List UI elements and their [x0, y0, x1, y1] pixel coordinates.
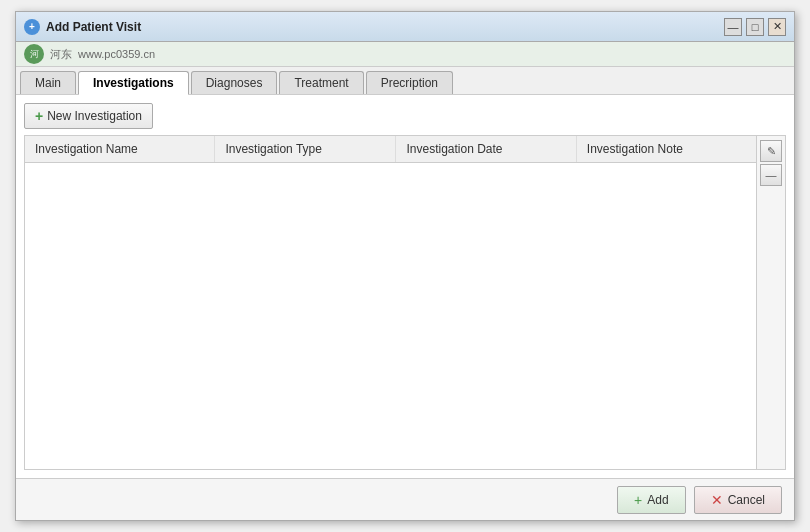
new-investigation-label: New Investigation	[47, 109, 142, 123]
window-icon: +	[24, 19, 40, 35]
cancel-label: Cancel	[728, 493, 765, 507]
table-header-row: Investigation Name Investigation Type In…	[25, 136, 756, 163]
title-bar: + Add Patient Visit — □ ✕	[16, 12, 794, 42]
tab-main[interactable]: Main	[20, 71, 76, 94]
footer-bar: + Add ✕ Cancel	[16, 478, 794, 520]
col-investigation-note: Investigation Note	[576, 136, 756, 163]
add-label: Add	[647, 493, 668, 507]
col-investigation-date: Investigation Date	[396, 136, 576, 163]
window-title: Add Patient Visit	[46, 20, 141, 34]
add-patient-visit-window: + Add Patient Visit — □ ✕ 河 河东 www.pc035…	[15, 11, 795, 521]
table-side-buttons: ✎ —	[756, 136, 785, 469]
add-icon: +	[634, 492, 642, 508]
title-bar-left: + Add Patient Visit	[24, 19, 141, 35]
cancel-icon: ✕	[711, 492, 723, 508]
table-container: Investigation Name Investigation Type In…	[24, 135, 786, 470]
col-investigation-name: Investigation Name	[25, 136, 215, 163]
edit-row-button[interactable]: ✎	[760, 140, 782, 162]
cancel-button[interactable]: ✕ Cancel	[694, 486, 782, 514]
maximize-button[interactable]: □	[746, 18, 764, 36]
add-button[interactable]: + Add	[617, 486, 686, 514]
watermark-site: www.pc0359.cn	[78, 48, 155, 60]
tab-bar: Main Investigations Diagnoses Treatment …	[16, 67, 794, 95]
col-investigation-type: Investigation Type	[215, 136, 396, 163]
close-button[interactable]: ✕	[768, 18, 786, 36]
watermark-label: 河东	[50, 47, 72, 62]
tab-prescription[interactable]: Precription	[366, 71, 453, 94]
tab-treatment[interactable]: Treatment	[279, 71, 363, 94]
minimize-button[interactable]: —	[724, 18, 742, 36]
delete-row-button[interactable]: —	[760, 164, 782, 186]
watermark-logo: 河	[24, 44, 44, 64]
table-inner: Investigation Name Investigation Type In…	[25, 136, 756, 469]
investigations-table: Investigation Name Investigation Type In…	[25, 136, 756, 163]
title-controls: — □ ✕	[724, 18, 786, 36]
tab-investigations[interactable]: Investigations	[78, 71, 189, 95]
toolbar: + New Investigation	[24, 103, 786, 129]
tab-diagnoses[interactable]: Diagnoses	[191, 71, 278, 94]
content-area: + New Investigation Investigation Name I…	[16, 95, 794, 478]
plus-icon: +	[35, 108, 43, 124]
watermark-bar: 河 河东 www.pc0359.cn	[16, 42, 794, 67]
new-investigation-button[interactable]: + New Investigation	[24, 103, 153, 129]
